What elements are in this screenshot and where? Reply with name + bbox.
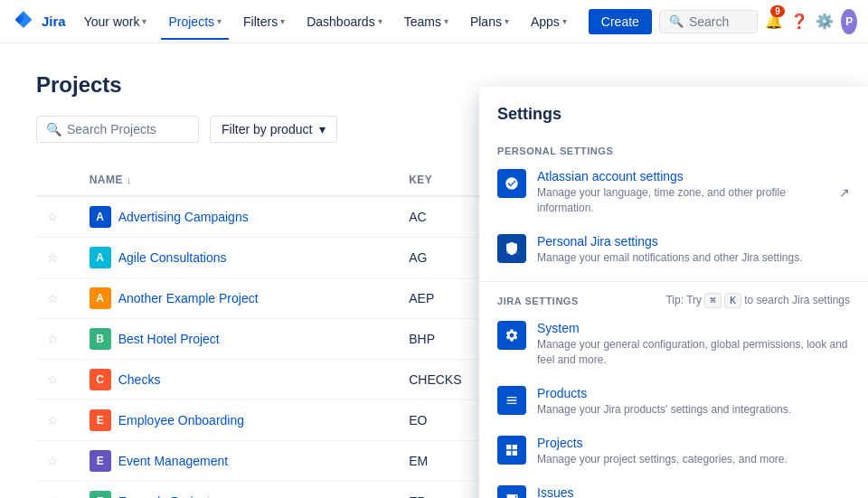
kbd-k: K	[724, 293, 741, 308]
settings-projects-desc: Manage your project settings, categories…	[537, 452, 850, 467]
nav-dashboards-label: Dashboards	[307, 14, 375, 29]
sort-icon: ↓	[127, 174, 132, 185]
nav-dashboards[interactable]: Dashboards ▾	[299, 11, 390, 33]
star-icon[interactable]: ☆	[47, 372, 59, 387]
system-desc: Manage your general configuration, globa…	[537, 337, 850, 368]
name-cell: C Checks	[79, 360, 399, 400]
star-cell: ☆	[36, 400, 79, 441]
avatar[interactable]: P	[841, 9, 857, 34]
atlassian-account-title: Atlassian account settings	[537, 169, 828, 183]
search-icon: 🔍	[669, 14, 684, 28]
atlassian-account-icon	[497, 169, 526, 198]
nav-your-work[interactable]: Your work ▾	[77, 11, 155, 33]
search-bar[interactable]: 🔍 Search	[659, 10, 758, 33]
star-cell: ☆	[36, 196, 79, 238]
settings-item-projects[interactable]: Projects Manage your project settings, c…	[479, 427, 868, 476]
search-icon: 🔍	[46, 122, 61, 136]
project-name-link[interactable]: Example Project	[118, 494, 211, 498]
chevron-down-icon: ▾	[142, 16, 146, 26]
create-button[interactable]: Create	[589, 9, 652, 34]
settings-panel: Settings Personal settings Atlassian acc…	[479, 87, 868, 498]
system-title: System	[537, 321, 850, 335]
project-icon: A	[90, 247, 111, 268]
settings-item-atlassian-account[interactable]: Atlassian account settings Manage your l…	[479, 160, 868, 225]
filter-by-product-button[interactable]: Filter by product ▾	[210, 116, 337, 143]
issues-icon	[497, 485, 526, 498]
name-cell: E Employee Onboarding	[79, 400, 399, 441]
star-cell: ☆	[36, 482, 79, 499]
project-name-link[interactable]: Employee Onboarding	[118, 413, 244, 428]
project-icon: A	[90, 206, 111, 228]
project-name-link[interactable]: Checks	[118, 372, 161, 387]
star-icon[interactable]: ☆	[47, 454, 59, 468]
search-projects-input[interactable]	[67, 122, 189, 136]
project-icon: C	[90, 369, 111, 390]
project-icon: B	[90, 328, 111, 350]
jira-tip: Tip: Try ⌘ K to search Jira settings	[665, 293, 850, 308]
star-cell: ☆	[36, 319, 79, 360]
products-title: Products	[537, 386, 850, 400]
settings-title: Settings	[479, 105, 868, 138]
star-icon[interactable]: ☆	[47, 291, 59, 305]
nav-filters-label: Filters	[243, 14, 278, 29]
notification-badge: 9	[770, 5, 785, 17]
products-desc: Manage your Jira products' settings and …	[537, 402, 850, 418]
project-icon: E	[90, 491, 111, 498]
issues-title: Issues	[537, 485, 850, 498]
project-name-link[interactable]: Advertising Campaigns	[118, 210, 249, 224]
star-cell: ☆	[36, 278, 79, 319]
settings-item-issues[interactable]: Issues Configure your issue types, workf…	[479, 476, 868, 498]
project-name-link[interactable]: Another Example Project	[118, 291, 259, 305]
nav-teams-label: Teams	[404, 14, 441, 29]
jira-logo-icon	[11, 9, 36, 34]
star-icon[interactable]: ☆	[47, 494, 59, 498]
nav-plans[interactable]: Plans ▾	[463, 11, 516, 33]
col-header-name[interactable]: Name ↓	[79, 164, 399, 196]
chevron-down-icon: ▾	[505, 16, 509, 26]
settings-button[interactable]: ⚙️	[816, 7, 834, 36]
settings-item-personal-jira[interactable]: Personal Jira settings Manage your email…	[479, 225, 868, 275]
nav-filters[interactable]: Filters ▾	[236, 11, 292, 33]
personal-jira-content: Personal Jira settings Manage your email…	[537, 234, 850, 266]
nav-plans-label: Plans	[470, 14, 502, 29]
star-icon[interactable]: ☆	[47, 332, 59, 346]
atlassian-account-content: Atlassian account settings Manage your l…	[537, 169, 828, 216]
star-cell: ☆	[36, 238, 79, 278]
star-icon[interactable]: ☆	[47, 210, 59, 224]
nav-teams[interactable]: Teams ▾	[397, 11, 456, 33]
chevron-down-icon: ▾	[319, 122, 326, 136]
personal-jira-icon	[497, 234, 526, 263]
nav-logo[interactable]: Jira	[11, 9, 66, 34]
personal-jira-desc: Manage your email notifications and othe…	[537, 250, 850, 266]
kbd-meta: ⌘	[704, 293, 722, 308]
filter-label: Filter by product	[222, 122, 312, 136]
star-icon[interactable]: ☆	[47, 250, 59, 265]
jira-settings-row: Jira settings Tip: Try ⌘ K to search Jir…	[479, 289, 868, 312]
name-cell: A Another Example Project	[79, 278, 399, 319]
chevron-down-icon: ▾	[280, 16, 285, 26]
settings-item-products[interactable]: Products Manage your Jira products' sett…	[479, 377, 868, 427]
chevron-down-icon: ▾	[217, 16, 222, 26]
system-icon	[497, 321, 526, 350]
nav-projects[interactable]: Projects ▾	[161, 11, 229, 33]
issues-content: Issues Configure your issue types, workf…	[537, 485, 850, 498]
divider-1	[479, 281, 868, 282]
project-name-link[interactable]: Event Management	[118, 454, 228, 468]
project-name-link[interactable]: Best Hotel Project	[118, 332, 220, 346]
help-button[interactable]: ❓	[790, 7, 808, 36]
notifications-button[interactable]: 🔔 9	[765, 7, 783, 36]
nav-projects-label: Projects	[168, 14, 214, 29]
chevron-down-icon: ▾	[562, 16, 567, 26]
settings-item-system[interactable]: System Manage your general configuration…	[479, 312, 868, 377]
products-content: Products Manage your Jira products' sett…	[537, 386, 850, 418]
external-link-icon: ↗	[839, 185, 850, 200]
project-icon: E	[90, 409, 111, 431]
products-icon	[497, 386, 526, 415]
star-icon[interactable]: ☆	[47, 413, 59, 428]
name-cell: E Example Project	[79, 482, 399, 499]
chevron-down-icon: ▾	[378, 16, 382, 26]
nav-apps[interactable]: Apps ▾	[524, 11, 574, 33]
project-name-link[interactable]: Agile Consultations	[118, 250, 227, 265]
search-projects-box[interactable]: 🔍	[36, 116, 199, 143]
star-cell: ☆	[36, 441, 79, 482]
